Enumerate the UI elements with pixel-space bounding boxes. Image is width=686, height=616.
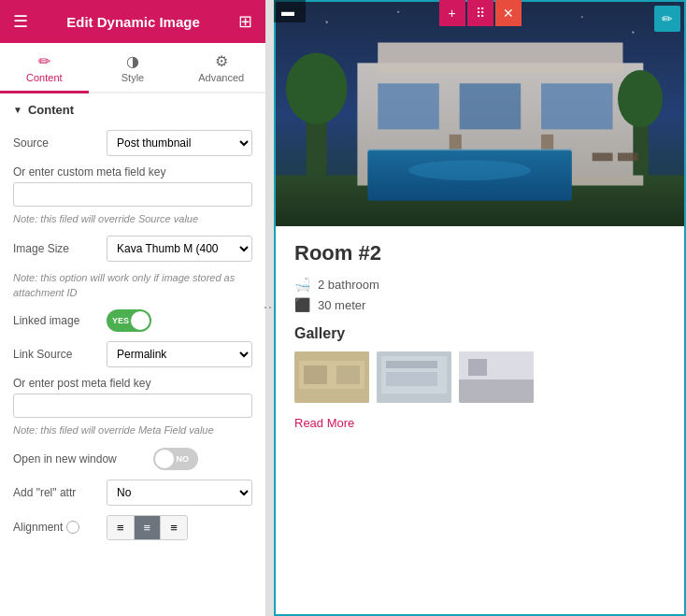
bathroom-icon: 🛁 <box>294 277 310 292</box>
svg-point-19 <box>618 70 663 127</box>
meter-icon: ⬛ <box>294 297 310 312</box>
post-meta-section: Or enter post meta field key Note: this … <box>13 377 252 437</box>
note-image-size: Note: this option will work only if imag… <box>13 271 252 300</box>
close-widget-button[interactable]: ✕ <box>495 0 522 26</box>
toggle-no-label: NO <box>177 454 190 464</box>
gallery-thumb-1[interactable] <box>294 351 369 403</box>
alignment-buttons: ≡ ≡ ≡ <box>107 515 188 540</box>
linked-image-toggle[interactable]: YES <box>107 309 151 332</box>
align-right-button[interactable]: ≡ <box>161 516 187 539</box>
svg-rect-29 <box>386 361 437 368</box>
note-meta: Note: this filed will override Meta Fiel… <box>13 423 252 437</box>
left-panel: ☰ Edit Dynamic Image ⊞ ✏ Content ◑ Style… <box>0 0 266 616</box>
source-label: Source <box>13 136 107 150</box>
source-row: Source Post thumbnail <box>13 130 252 156</box>
image-size-row: Image Size Kava Thumb M (400 <box>13 236 252 262</box>
image-size-control: Kava Thumb M (400 <box>107 236 252 262</box>
content-area: ✏ <box>274 0 686 616</box>
main-image <box>276 2 684 226</box>
svg-rect-26 <box>336 365 360 384</box>
gallery-thumb-2[interactable] <box>377 351 451 403</box>
meter-count: 30 meter <box>318 298 365 312</box>
gallery-grid <box>294 351 665 403</box>
svg-point-15 <box>408 160 531 180</box>
panel-body: ▼ Content Source Post thumbnail Or enter… <box>0 93 265 616</box>
panel-header: ☰ Edit Dynamic Image ⊞ <box>0 0 265 43</box>
toggle-yes-label: YES <box>112 316 129 325</box>
source-control: Post thumbnail <box>107 130 252 156</box>
rel-attr-label: Add "rel" attr <box>13 486 107 499</box>
hamburger-icon[interactable]: ☰ <box>13 11 28 32</box>
svg-rect-20 <box>593 153 613 162</box>
advanced-tab-label: Advanced <box>198 72 244 83</box>
content-body: Room #2 🛁 2 bathroom ⬛ 30 meter Gallery <box>276 226 684 445</box>
post-meta-label: Or enter post meta field key <box>13 377 252 390</box>
meter-detail: ⬛ 30 meter <box>294 297 665 312</box>
source-select[interactable]: Post thumbnail <box>107 130 252 156</box>
read-more-link[interactable]: Read More <box>294 416 354 430</box>
rel-attr-select[interactable]: No <box>107 480 252 506</box>
style-tab-label: Style <box>121 72 144 83</box>
panel-tabs: ✏ Content ◑ Style ⚙ Advanced <box>0 43 265 93</box>
svg-rect-11 <box>541 83 612 129</box>
open-window-label: Open in new window <box>13 452 153 466</box>
widget-actions: + ⠿ ✕ <box>439 0 522 26</box>
tab-content[interactable]: ✏ Content <box>0 45 89 93</box>
resize-handle[interactable]: ⋮ <box>266 0 274 616</box>
widget-topbar: ▬ + ⠿ ✕ <box>274 0 686 22</box>
link-source-select[interactable]: Permalink <box>107 341 252 367</box>
align-left-button[interactable]: ≡ <box>107 516 135 539</box>
link-source-label: Link Source <box>13 348 107 361</box>
content-section-header[interactable]: ▼ Content <box>13 103 252 117</box>
alignment-row: Alignment ≡ ≡ ≡ <box>13 515 252 540</box>
svg-rect-33 <box>459 380 534 403</box>
tab-style[interactable]: ◑ Style <box>89 45 178 93</box>
house-svg <box>276 2 684 226</box>
custom-meta-section: Or enter custom meta field key Note: thi… <box>13 165 252 226</box>
bathroom-count: 2 bathroom <box>318 278 379 292</box>
linked-image-row: Linked image YES <box>13 309 252 332</box>
linked-image-label: Linked image <box>13 314 107 327</box>
image-size-select[interactable]: Kava Thumb M (400 <box>107 236 252 262</box>
post-meta-input[interactable] <box>13 394 252 418</box>
content-tab-icon: ✏ <box>38 52 50 70</box>
svg-rect-21 <box>618 153 638 162</box>
custom-meta-input[interactable] <box>13 182 252 207</box>
add-widget-button[interactable]: + <box>439 0 465 26</box>
content-tab-label: Content <box>26 72 63 83</box>
gallery-thumb-3[interactable] <box>459 351 534 403</box>
rel-attr-control: No <box>107 480 252 506</box>
chevron-down-icon: ▼ <box>13 105 22 115</box>
link-source-control: Permalink <box>107 341 252 367</box>
tab-advanced[interactable]: ⚙ Advanced <box>177 45 265 93</box>
svg-point-17 <box>286 52 348 123</box>
svg-rect-8 <box>378 43 622 74</box>
content-section-label: Content <box>28 103 74 117</box>
svg-rect-30 <box>386 372 437 386</box>
style-tab-icon: ◑ <box>126 52 139 70</box>
note-custom: Note: this filed will override Source va… <box>13 212 252 226</box>
rel-attr-row: Add "rel" attr No <box>13 480 252 506</box>
open-window-row: Open in new window NO <box>13 448 252 470</box>
room-title: Room #2 <box>294 241 665 265</box>
link-source-row: Link Source Permalink <box>13 341 252 367</box>
advanced-tab-icon: ⚙ <box>215 52 228 70</box>
svg-rect-9 <box>378 83 439 129</box>
alignment-indicator <box>66 521 79 534</box>
svg-rect-34 <box>468 359 487 376</box>
room-details: 🛁 2 bathroom ⬛ 30 meter <box>294 277 665 312</box>
align-center-button[interactable]: ≡ <box>135 516 162 539</box>
move-widget-button[interactable]: ⠿ <box>467 0 493 26</box>
svg-rect-10 <box>460 83 522 129</box>
widget-topbar-left: ▬ <box>274 0 306 22</box>
grid-icon[interactable]: ⊞ <box>238 11 252 32</box>
svg-point-5 <box>632 32 634 34</box>
edit-corner-icon: ✏ <box>662 11 673 26</box>
right-panel: ▬ + ⠿ ✕ ✏ <box>274 0 686 616</box>
edit-corner-button[interactable]: ✏ <box>654 6 680 32</box>
drag-handle-icon[interactable]: ▬ <box>281 4 294 19</box>
panel-title: Edit Dynamic Image <box>66 14 200 30</box>
open-window-toggle[interactable]: NO <box>153 448 198 470</box>
alignment-label: Alignment <box>13 521 107 534</box>
gallery-title: Gallery <box>294 325 665 342</box>
